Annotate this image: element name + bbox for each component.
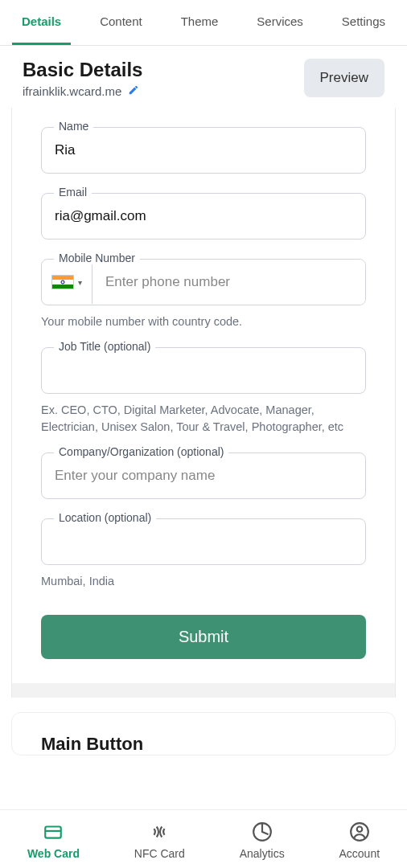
mobile-label: Mobile Number: [54, 252, 140, 264]
page-title: Basic Details: [23, 59, 142, 81]
name-input[interactable]: [41, 127, 366, 174]
company-label: Company/Organization (optional): [54, 445, 228, 458]
chevron-down-icon: ▾: [78, 278, 82, 287]
tab-content[interactable]: Content: [90, 0, 152, 45]
location-field-group: Location (optional): [41, 518, 366, 565]
section-gap: [11, 683, 396, 698]
job-label: Job Title (optional): [54, 340, 155, 353]
account-icon: [349, 821, 370, 842]
job-field-group: Job Title (optional): [41, 347, 366, 394]
mobile-field-group: Mobile Number ▾: [41, 259, 366, 305]
basic-details-card: Name Email Mobile Number ▾ Your: [11, 108, 396, 683]
nav-analytics-label: Analytics: [240, 847, 285, 860]
content-area: Name Email Mobile Number ▾ Your: [0, 108, 407, 755]
nav-nfc-card[interactable]: NFC Card: [134, 821, 185, 860]
name-label: Name: [54, 120, 93, 133]
nav-nfc-card-label: NFC Card: [134, 847, 185, 860]
tab-settings[interactable]: Settings: [332, 0, 395, 45]
tab-bar: Details Content Theme Services Settings: [0, 0, 407, 46]
nav-web-card-label: Web Card: [27, 847, 80, 860]
nav-account[interactable]: Account: [339, 821, 380, 860]
nav-account-label: Account: [339, 847, 380, 860]
main-button-title: Main Button: [12, 713, 395, 755]
tab-services[interactable]: Services: [247, 0, 313, 45]
email-label: Email: [54, 186, 92, 199]
nav-web-card[interactable]: Web Card: [27, 821, 80, 860]
email-field-group: Email: [41, 193, 366, 240]
company-field-group: Company/Organization (optional): [41, 452, 366, 499]
location-input[interactable]: [41, 518, 366, 565]
country-code-selector[interactable]: ▾: [42, 260, 92, 304]
nav-analytics[interactable]: Analytics: [240, 821, 285, 860]
analytics-icon: [252, 821, 273, 842]
job-input[interactable]: [41, 347, 366, 394]
main-button-card: Main Button: [11, 712, 396, 755]
svg-point-4: [357, 827, 363, 833]
company-input[interactable]: [41, 452, 366, 499]
mobile-helper: Your mobile number with country code.: [41, 313, 366, 330]
location-label: Location (optional): [54, 511, 156, 524]
subdomain-text: ifrainklik.wcard.me: [23, 84, 121, 98]
tab-details[interactable]: Details: [12, 0, 71, 45]
mobile-input[interactable]: [92, 260, 365, 305]
tab-theme[interactable]: Theme: [171, 0, 228, 45]
name-field-group: Name: [41, 127, 366, 174]
page-header: Basic Details ifrainklik.wcard.me Previe…: [0, 46, 407, 108]
card-icon: [43, 821, 64, 842]
email-input[interactable]: [41, 193, 366, 240]
job-helper: Ex. CEO, CTO, Digital Marketer, Advocate…: [41, 402, 366, 435]
nfc-icon: [149, 821, 170, 842]
submit-button[interactable]: Submit: [41, 615, 366, 659]
bottom-nav: Web Card NFC Card Analytics Account: [0, 809, 407, 868]
preview-button[interactable]: Preview: [304, 59, 384, 97]
india-flag-icon: [51, 275, 74, 289]
svg-rect-0: [46, 827, 62, 838]
edit-icon[interactable]: [128, 84, 139, 98]
location-helper: Mumbai, India: [41, 573, 366, 589]
